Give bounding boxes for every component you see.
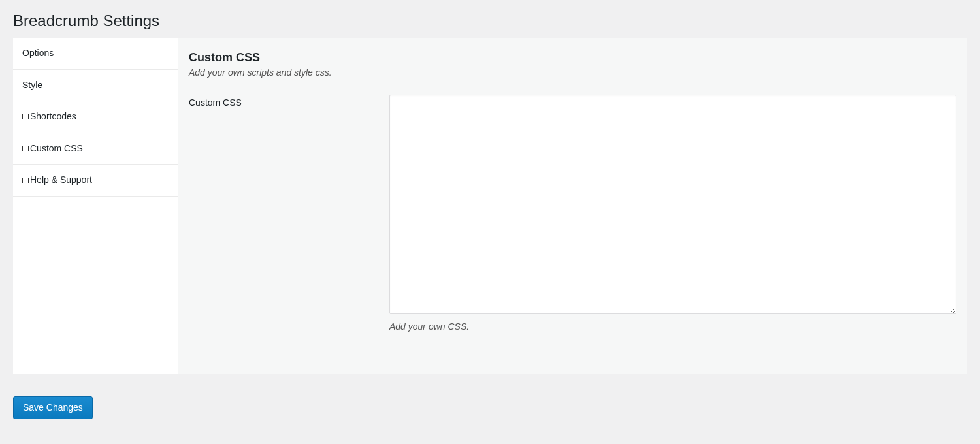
sidebar-tab-options[interactable]: Options	[13, 38, 178, 70]
save-changes-button[interactable]: Save Changes	[13, 396, 93, 419]
custom-css-textarea[interactable]	[389, 95, 956, 314]
sidebar-item-label: Style	[22, 79, 42, 92]
settings-container: Options Style Shortcodes Custom CSS Help…	[13, 38, 967, 374]
sidebar-item-label: Help & Support	[30, 174, 92, 187]
sidebar-tab-custom-css[interactable]: Custom CSS	[13, 133, 178, 165]
sidebar-tab-help-support[interactable]: Help & Support	[13, 165, 178, 197]
form-row-custom-css: Custom CSS Add your own CSS.	[189, 95, 956, 332]
sidebar-item-label: Shortcodes	[30, 110, 76, 123]
field-label-custom-css: Custom CSS	[189, 95, 389, 108]
field-hint: Add your own CSS.	[389, 321, 956, 332]
square-icon	[22, 146, 29, 151]
square-icon	[22, 178, 29, 183]
main-panel: Custom CSS Add your own scripts and styl…	[178, 38, 967, 374]
page-title: Breadcrumb Settings	[13, 12, 967, 30]
section-subheading: Add your own scripts and style css.	[189, 67, 956, 78]
section-heading: Custom CSS	[189, 51, 956, 65]
sidebar-item-label: Custom CSS	[30, 142, 83, 155]
sidebar-tab-style[interactable]: Style	[13, 70, 178, 102]
square-icon	[22, 114, 29, 119]
sidebar-tab-shortcodes[interactable]: Shortcodes	[13, 101, 178, 133]
sidebar-tabs: Options Style Shortcodes Custom CSS Help…	[13, 38, 178, 374]
sidebar-item-label: Options	[22, 47, 54, 60]
